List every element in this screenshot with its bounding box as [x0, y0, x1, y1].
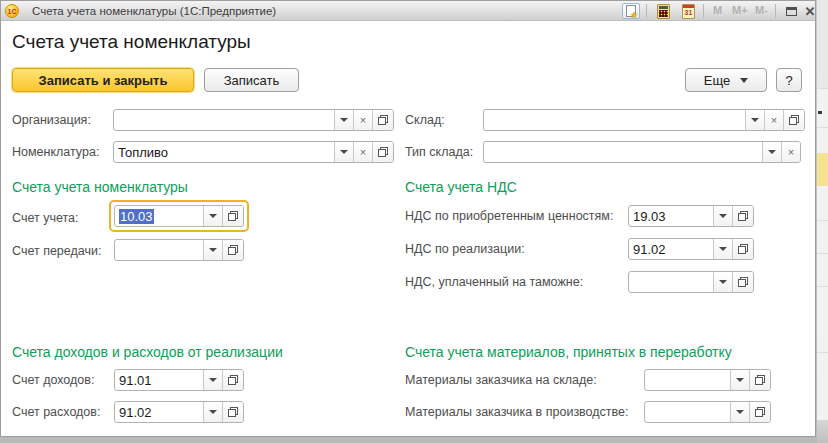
background-line	[817, 220, 828, 221]
materials-in-production-label: Материалы заказчика в производстве:	[405, 405, 629, 419]
vat-purchased-value[interactable]: 19.03	[629, 206, 713, 226]
open-icon	[378, 147, 388, 157]
background-selected-row	[817, 153, 828, 186]
dropdown-button[interactable]	[713, 206, 732, 226]
dropdown-button[interactable]	[745, 110, 764, 130]
background-text-fragment	[818, 111, 822, 114]
materials-on-warehouse-value[interactable]	[645, 370, 730, 390]
organization-value[interactable]	[114, 110, 334, 130]
materials-in-production-value[interactable]	[645, 402, 730, 422]
open-button[interactable]	[222, 206, 243, 226]
star-icon	[626, 5, 636, 17]
dropdown-icon	[209, 248, 217, 252]
calendar-button[interactable]: 31	[682, 4, 695, 19]
income-account-value[interactable]: 91.01	[115, 370, 203, 390]
vat-sales-value[interactable]: 91.02	[629, 239, 713, 259]
nomenclature-label: Номенклатура:	[12, 145, 99, 159]
dropdown-button[interactable]	[713, 272, 732, 292]
vat-purchased-label: НДС по приобретенным ценностям:	[405, 209, 613, 223]
clear-button[interactable]: ×	[764, 110, 783, 130]
dialog-window: 1С Счета учета номенклатуры (1С:Предприя…	[0, 0, 816, 437]
open-button[interactable]	[222, 402, 243, 422]
section-processing-title: Счета учета материалов, принятых в перер…	[405, 344, 732, 360]
background-line	[817, 286, 828, 287]
expense-account-field[interactable]: 91.02	[114, 401, 244, 423]
dropdown-button[interactable]	[203, 370, 222, 390]
clear-button[interactable]: ×	[353, 110, 372, 130]
materials-on-warehouse-field[interactable]	[644, 369, 771, 391]
open-button[interactable]	[749, 402, 770, 422]
vat-sales-field[interactable]: 91.02	[628, 238, 754, 260]
clear-icon: ×	[360, 147, 366, 158]
section-inventory-title: Счета учета номенклатуры	[12, 179, 188, 195]
clear-button[interactable]: ×	[353, 142, 372, 162]
calculator-keys-icon	[659, 10, 668, 17]
dropdown-icon	[209, 410, 217, 414]
background-line	[817, 88, 828, 89]
memory-recall-button[interactable]: M	[713, 4, 722, 16]
memory-plus-button[interactable]: M+	[732, 4, 748, 16]
titlebar-separator	[775, 4, 776, 18]
more-button[interactable]: Еще	[685, 68, 767, 92]
transfer-account-label: Счет передачи:	[12, 244, 101, 258]
organization-field[interactable]: ×	[113, 109, 394, 131]
warehouse-type-value[interactable]	[484, 142, 762, 162]
memory-minus-button[interactable]: M-	[755, 4, 768, 16]
background-shade	[817, 0, 828, 88]
clear-button[interactable]: ×	[781, 142, 800, 162]
expense-account-value[interactable]: 91.02	[115, 402, 203, 422]
transfer-account-value[interactable]	[115, 240, 203, 260]
dropdown-button[interactable]	[203, 206, 222, 226]
dropdown-button[interactable]	[203, 402, 222, 422]
open-button[interactable]	[749, 370, 770, 390]
background-line	[817, 352, 828, 353]
organization-label: Организация:	[12, 113, 91, 127]
maximize-icon	[786, 7, 797, 16]
warehouse-type-field[interactable]: ×	[483, 141, 801, 163]
close-icon: ✕	[805, 5, 816, 18]
titlebar-separator	[646, 4, 647, 18]
dropdown-icon	[209, 378, 217, 382]
save-and-close-button[interactable]: Записать и закрыть	[12, 68, 194, 92]
transfer-account-field[interactable]	[114, 239, 244, 261]
nomenclature-value[interactable]: Топливо	[114, 142, 334, 162]
dropdown-button[interactable]	[334, 110, 353, 130]
vat-purchased-field[interactable]: 19.03	[628, 205, 754, 227]
calculator-button[interactable]	[657, 4, 670, 19]
help-button[interactable]: ?	[776, 68, 802, 92]
titlebar-separator	[703, 4, 704, 18]
open-button[interactable]	[372, 142, 393, 162]
dropdown-button[interactable]	[334, 142, 353, 162]
background-app-strip	[817, 0, 828, 443]
materials-in-production-field[interactable]	[644, 401, 771, 423]
open-button[interactable]	[732, 239, 753, 259]
warehouse-value[interactable]	[484, 110, 745, 130]
open-icon	[738, 244, 748, 254]
account-value[interactable]: 10.03	[115, 206, 203, 226]
open-button[interactable]	[732, 206, 753, 226]
dropdown-button[interactable]	[713, 239, 732, 259]
vat-customs-value[interactable]	[629, 272, 713, 292]
open-button[interactable]	[222, 240, 243, 260]
title-bar[interactable]: 1С Счета учета номенклатуры (1С:Предприя…	[1, 1, 815, 21]
dropdown-button[interactable]	[730, 402, 749, 422]
maximize-button[interactable]	[781, 3, 801, 19]
account-label: Счет учета:	[12, 211, 78, 225]
warehouse-field[interactable]: ×	[483, 109, 805, 131]
window-title: Счета учета номенклатуры (1С:Предприятие…	[32, 5, 276, 17]
income-account-field[interactable]: 91.01	[114, 369, 244, 391]
favorites-button[interactable]	[622, 3, 640, 19]
nomenclature-field[interactable]: Топливо ×	[113, 141, 394, 163]
account-field[interactable]: 10.03	[114, 205, 244, 227]
dropdown-button[interactable]	[762, 142, 781, 162]
page-title: Счета учета номенклатуры	[12, 31, 251, 53]
open-button[interactable]	[222, 370, 243, 390]
open-button[interactable]	[732, 272, 753, 292]
vat-customs-field[interactable]	[628, 271, 754, 293]
dropdown-button[interactable]	[730, 370, 749, 390]
open-button[interactable]	[372, 110, 393, 130]
dropdown-icon	[719, 247, 727, 251]
open-button[interactable]	[783, 110, 804, 130]
dropdown-button[interactable]	[203, 240, 222, 260]
save-button[interactable]: Записать	[204, 68, 299, 92]
